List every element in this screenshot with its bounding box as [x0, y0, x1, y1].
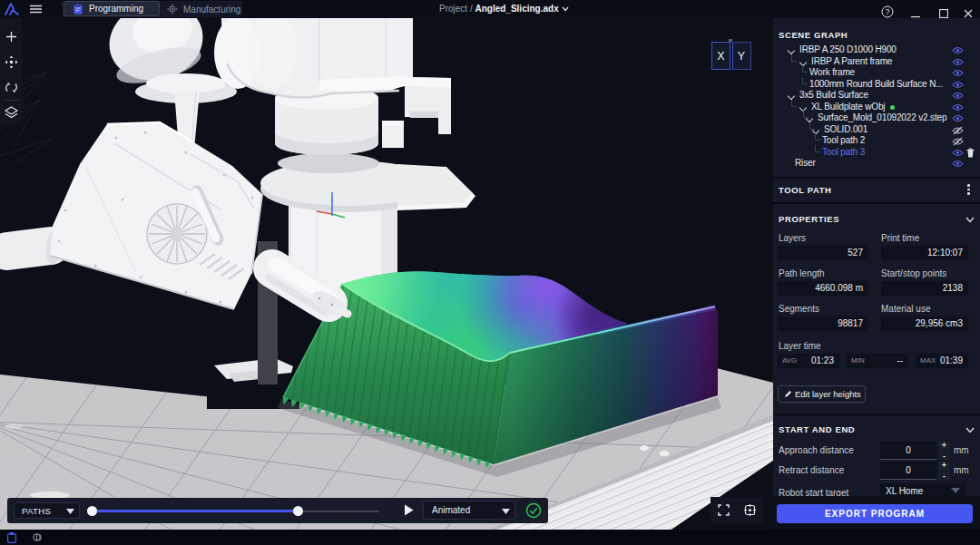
svg-text:?: ?	[886, 7, 890, 16]
